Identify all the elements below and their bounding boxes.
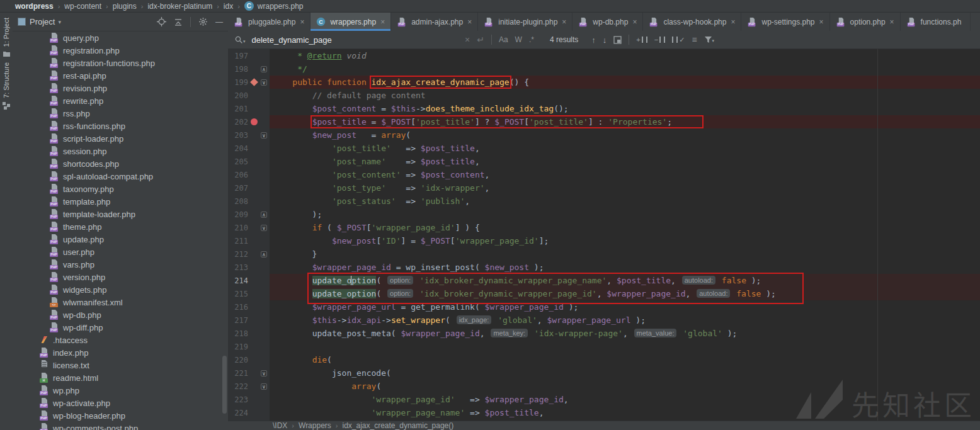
tree-item[interactable]: <>wlwmanifest.xml	[13, 296, 228, 308]
search-icon[interactable]: ▾	[234, 35, 246, 44]
code-line[interactable]: 208 'post_status' => 'publish',	[228, 195, 980, 208]
breadcrumb-item[interactable]: idx-broker-platinum	[147, 2, 212, 11]
tree-item[interactable]: PHPtaxonomy.php	[13, 183, 228, 195]
tree-item[interactable]: PHPrest-api.php	[13, 69, 228, 82]
regex-toggle[interactable]: .*	[529, 35, 534, 44]
code-text[interactable]: 'post_status' => 'publish',	[270, 195, 980, 208]
code-line[interactable]: 219	[228, 340, 980, 353]
code-line[interactable]: 218 update_post_meta( $wrapper_page_id, …	[228, 327, 980, 340]
line-number[interactable]: 224	[232, 409, 248, 417]
code-line[interactable]: 221∨ json_encode(	[228, 366, 980, 380]
line-number[interactable]: 200	[232, 91, 248, 100]
line-number[interactable]: 217	[232, 316, 248, 325]
code-text[interactable]: $wrapper_page_url = get_permalink( $wrap…	[270, 300, 980, 314]
fold-down-icon[interactable]: ∨	[261, 79, 267, 86]
search-input[interactable]: delete_dynamic_page	[252, 35, 332, 45]
line-number[interactable]: 202	[232, 118, 248, 127]
code-text[interactable]: json_encode(	[270, 366, 980, 380]
collapse-all-button[interactable]	[174, 18, 183, 26]
code-line[interactable]: 201 $post_content = $this->does_theme_in…	[228, 102, 980, 115]
editor-tab[interactable]: PHPclass-wp-hook.php×	[643, 13, 741, 31]
status-breadcrumb-item[interactable]: \IDX	[273, 421, 287, 430]
code-line[interactable]: 203∨ $new_post = array(	[228, 128, 980, 142]
code-text[interactable]: if ( $_POST['wrapper_page_id'] ) {	[270, 221, 980, 234]
line-number[interactable]: 207	[232, 184, 248, 193]
line-number[interactable]: 198	[232, 65, 248, 74]
tree-item[interactable]: PHPquery.php	[13, 31, 228, 44]
tab-close-icon[interactable]: ×	[819, 18, 824, 26]
editor-tab[interactable]: PHPoption.php×	[830, 13, 901, 31]
code-text[interactable]: * @return void	[270, 49, 980, 62]
code-text[interactable]: die(	[270, 353, 980, 366]
code-line[interactable]: 209∧ );	[228, 208, 980, 221]
code-line[interactable]: 205 'post_name' => $post_title,	[228, 155, 980, 168]
tree-item[interactable]: PHPtemplate-loader.php	[13, 208, 228, 220]
filter-lines-button[interactable]: ≡	[692, 35, 697, 45]
line-number[interactable]: 197	[232, 52, 248, 60]
line-number[interactable]: 215	[232, 290, 248, 298]
code-editor[interactable]: 197 * @return void198∧ */199∨ public fun…	[228, 49, 980, 421]
tab-close-icon[interactable]: ×	[632, 18, 637, 26]
code-line[interactable]: 200 // default page content	[228, 89, 980, 102]
tree-item[interactable]: license.txt	[13, 359, 228, 371]
code-line[interactable]: 222∨ array(	[228, 380, 980, 393]
line-number[interactable]: 213	[232, 263, 248, 272]
next-occurrence-button[interactable]: ↓	[603, 35, 607, 45]
tree-item[interactable]: PHPwp-comments-post.php	[13, 422, 228, 430]
tree-item[interactable]: PHPregistration-functions.php	[13, 57, 228, 69]
hide-panel-button[interactable]: —	[215, 18, 223, 26]
line-number[interactable]: 221	[232, 369, 248, 378]
line-number[interactable]: 223	[232, 395, 248, 404]
tree-item[interactable]: PHPregistration.php	[13, 44, 228, 57]
fold-up-icon[interactable]: ∧	[261, 66, 267, 72]
gutter-marker-slot[interactable]	[248, 79, 259, 85]
code-text[interactable]: 'post_type' => 'idx-wrapper',	[270, 181, 980, 195]
code-line[interactable]: 206 'post_content' => $post_content,	[228, 168, 980, 181]
line-number[interactable]: 199	[232, 78, 248, 87]
code-line[interactable]: 220 die(	[228, 353, 980, 366]
tree-item[interactable]: PHPwp.php	[13, 384, 228, 397]
newline-icon[interactable]: ↵	[477, 35, 484, 45]
code-line[interactable]: 216 $wrapper_page_url = get_permalink( $…	[228, 300, 980, 314]
tree-item[interactable]: PHPindex.php	[13, 346, 228, 359]
status-breadcrumb-item[interactable]: Wrappers	[299, 421, 331, 430]
previous-occurrence-button[interactable]: ↑	[591, 35, 596, 45]
tree-item[interactable]: PHPversion.php	[13, 271, 228, 283]
code-line[interactable]: 223 'wrapper_page_id' => $wrapper_page_i…	[228, 393, 980, 406]
tree-item[interactable]: PHPwp-blog-header.php	[13, 409, 228, 422]
tree-item[interactable]: PHPwp-diff.php	[13, 321, 228, 334]
code-line[interactable]: 204 'post_title' => $post_title,	[228, 142, 980, 155]
line-number[interactable]: 204	[232, 144, 248, 153]
line-number[interactable]: 203	[232, 131, 248, 140]
search-filter-funnel-button[interactable]: ▾	[704, 36, 715, 43]
tree-item[interactable]: PHPscript-loader.php	[13, 132, 228, 145]
line-number[interactable]: 209	[232, 210, 248, 219]
code-text[interactable]: $wrapper_page_id = wp_insert_post( $new_…	[270, 261, 980, 274]
clear-search-icon[interactable]: ×	[465, 35, 470, 45]
tab-close-icon[interactable]: ×	[380, 18, 385, 26]
tree-item[interactable]: PHPshortcodes.php	[13, 157, 228, 170]
code-text[interactable]: }	[270, 247, 980, 261]
tree-item[interactable]: PHPwidgets.php	[13, 283, 228, 296]
line-number[interactable]: 218	[232, 329, 248, 338]
breadcrumb-item[interactable]: wp-content	[64, 2, 101, 11]
tree-scrollbar[interactable]	[222, 356, 227, 414]
tree-item[interactable]: PHPrss-functions.php	[13, 120, 228, 132]
line-number[interactable]: 216	[232, 303, 248, 312]
code-line[interactable]: 211 $new_post['ID'] = $_POST['wrapper_pa…	[228, 234, 980, 247]
remove-selection-button[interactable]: −	[654, 36, 665, 43]
breadcrumb-item[interactable]: wordpress	[15, 2, 54, 11]
code-text[interactable]: $this->idx_api->set_wrapper( idx_page: '…	[270, 314, 980, 327]
gutter-marker-slot[interactable]	[248, 118, 259, 125]
code-line[interactable]: 214 update_option( option: 'idx_broker_d…	[228, 274, 980, 287]
settings-gear-button[interactable]	[198, 17, 208, 26]
breadcrumb-file[interactable]: wrappers.php	[258, 2, 304, 11]
tree-item[interactable]: PHPtemplate.php	[13, 195, 228, 208]
code-text[interactable]: $new_post['ID'] = $_POST['wrapper_page_i…	[270, 234, 980, 247]
tree-item[interactable]: PHPrss.php	[13, 107, 228, 120]
tree-item[interactable]: PHPrevision.php	[13, 82, 228, 94]
line-number[interactable]: 214	[232, 276, 248, 285]
tree-item[interactable]: PHPuser.php	[13, 246, 228, 258]
select-all-occurrences-button[interactable]: ✓	[672, 36, 685, 44]
code-line[interactable]: 224 'wrapper_page_name' => $post_title,	[228, 406, 980, 419]
